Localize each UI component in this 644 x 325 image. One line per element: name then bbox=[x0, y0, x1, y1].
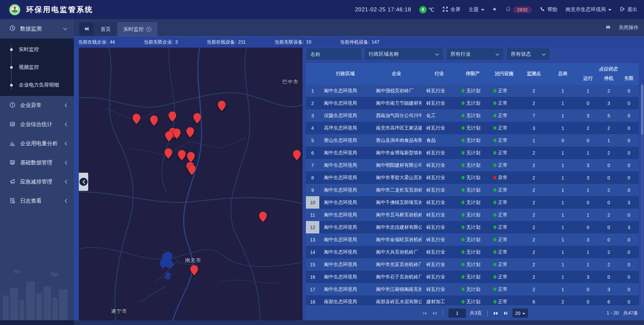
cell-company: 阆中市金福旺页岩机砖 bbox=[371, 237, 422, 243]
notification-area[interactable]: 2632 bbox=[505, 6, 532, 13]
table-row[interactable]: 17 阆中生态环境局 阆中市江南镇阆南页岩 砖瓦行业 无计划 正常 2 1 bbox=[306, 283, 639, 295]
table-row[interactable]: 5 营山生态环境局 营山县润丰肉食品有限 食品 无计划 正常 1 0 bbox=[306, 134, 639, 147]
table-row[interactable]: 14 阆中生态环境局 阆中大兴页岩机砖厂 砖瓦行业 无计划 正常 2 1 bbox=[306, 246, 639, 258]
sidebar-subitem[interactable]: 企业电力负荷明细 bbox=[0, 76, 74, 94]
tab-realtime-monitor[interactable]: 实时监控 bbox=[117, 22, 157, 36]
cell-facility-status: 正常 bbox=[489, 138, 520, 144]
map-pin-icon[interactable] bbox=[190, 265, 199, 276]
close-icon[interactable] bbox=[146, 27, 151, 32]
table-row[interactable]: 4 高坪生态环境局 南充市高坪区王家店建 砖瓦行业 无计划 正常 3 1 bbox=[306, 122, 639, 134]
map-pin-icon[interactable] bbox=[186, 127, 195, 138]
map-pin-icon[interactable] bbox=[259, 211, 267, 222]
column-group-point-status: 点位状态 运行 停机 失联 bbox=[578, 63, 639, 85]
table-row[interactable]: 3 仪陇生态环境局 西南油气田分公司川中 化工 无计划 正常 7 1 bbox=[306, 109, 639, 122]
cell-total-meters: 1 bbox=[548, 212, 578, 218]
table-row[interactable]: 11 阆中生态环境局 阆中市五马桥页岩机砖 砖瓦行业 无计划 正常 2 1 bbox=[306, 209, 639, 221]
table-row[interactable]: 6 阆中生态环境局 阆中市金博瑞新型墙材 砖瓦行业 无计划 正常 2 1 bbox=[306, 147, 639, 159]
cell-stop-status: 无计划 bbox=[457, 212, 489, 218]
fullscreen-button[interactable]: 全屏 bbox=[442, 6, 461, 13]
sidebar-item-label: 基础数据管理 bbox=[20, 159, 52, 166]
cell-run-count: 0 bbox=[578, 287, 598, 292]
prev-page-button[interactable] bbox=[431, 311, 437, 316]
map-pin-icon[interactable] bbox=[178, 150, 186, 161]
table-row[interactable]: 15 阆中生态环境局 阆中市光富页岩机砖厂 砖瓦行业 无计划 正常 2 1 bbox=[306, 258, 639, 271]
main-content: 当前在线企业: 44 当前失联企业: 3 当前在线设备: 211 当前失联设备:… bbox=[74, 37, 644, 325]
map-pin-icon[interactable] bbox=[293, 150, 301, 161]
map-pin-icon[interactable] bbox=[193, 113, 202, 124]
table-row[interactable]: 12 阆中生态环境局 阆中市忠信建材有限公 砖瓦行业 无计划 正常 2 1 bbox=[306, 221, 639, 233]
sidebar-item-enterprise-anomaly[interactable]: 企业异常 bbox=[0, 96, 74, 115]
theme-menu-button[interactable]: 主题 bbox=[469, 6, 484, 13]
cell-index: 9 bbox=[306, 184, 319, 196]
mute-button[interactable] bbox=[492, 7, 497, 13]
map-pin-icon[interactable] bbox=[218, 100, 226, 111]
map-pin-icon[interactable] bbox=[173, 128, 181, 139]
industry-filter-select[interactable]: 所有行业 bbox=[446, 48, 504, 60]
next-page-button[interactable] bbox=[493, 311, 499, 316]
table-row[interactable]: 1 阆中生态环境局 阆中强锐页岩砖厂 砖瓦行业 无计划 正常 2 1 bbox=[306, 85, 639, 97]
org-menu-button[interactable]: 南充市生态环境局 bbox=[566, 6, 611, 13]
sidebar-item-enterprise-statistics[interactable]: 企业综合统计 bbox=[0, 115, 74, 134]
status-dot bbox=[462, 300, 465, 304]
table-scrollbar[interactable] bbox=[641, 85, 643, 306]
cell-index: 3 bbox=[306, 109, 319, 122]
page-number-input[interactable] bbox=[448, 309, 466, 318]
table-row[interactable]: 9 阆中生态环境局 阆中市二龙长宝页岩砖 砖瓦行业 无计划 正常 2 1 bbox=[306, 184, 639, 196]
map-pin-icon[interactable] bbox=[165, 131, 173, 142]
tabs-scroll-right-button[interactable] bbox=[606, 25, 611, 31]
status-dot bbox=[462, 163, 465, 167]
scrollbar-thumb[interactable] bbox=[641, 85, 643, 135]
table-row[interactable]: 16 阆中生态环境局 阆中市石子页岩机砖厂 砖瓦行业 无计划 正常 2 1 bbox=[306, 271, 639, 283]
table-row[interactable]: 8 阆中生态环境局 阆中市枣碧大梁山页岩 砖瓦行业 无计划 异常 2 1 bbox=[306, 171, 639, 184]
sidebar-item-emergency-reduction[interactable]: 应急减排管理 bbox=[0, 172, 74, 192]
map-pin-icon[interactable] bbox=[132, 113, 141, 124]
name-filter-input[interactable] bbox=[306, 48, 362, 60]
speaker-icon bbox=[492, 7, 497, 13]
map-city-label: 遂宁市 bbox=[111, 308, 127, 315]
stat-label: 当前在线设备: bbox=[207, 39, 236, 45]
sidebar-subitem[interactable]: 视频监控 bbox=[0, 58, 74, 76]
cell-facility-status: 正常 bbox=[489, 299, 520, 305]
map-pin-icon[interactable] bbox=[150, 115, 158, 126]
help-button[interactable]: 帮助 bbox=[540, 6, 557, 13]
cell-halt-count: 5 bbox=[598, 113, 619, 118]
first-page-button[interactable] bbox=[422, 311, 427, 316]
tabs-scroll-left-button[interactable] bbox=[79, 22, 94, 36]
map-pin-icon[interactable] bbox=[164, 148, 173, 159]
stat-label: 当前停机设备: bbox=[340, 39, 370, 45]
table-row[interactable]: 18 南部生态环境局 南部县砖瓦水泥有限公 建材加工 无计划 正常 6 2 bbox=[306, 295, 639, 306]
map-pin-icon[interactable] bbox=[188, 164, 196, 175]
page-size-select[interactable]: 20 bbox=[513, 309, 528, 318]
panel-collapse-button[interactable] bbox=[79, 173, 88, 191]
map-pin-icon[interactable] bbox=[168, 111, 177, 122]
sidebar-subitem[interactable]: 实时监控 bbox=[0, 41, 74, 58]
cell-run-count: 1 bbox=[578, 250, 598, 255]
status-filter-select[interactable]: 所有状态 bbox=[506, 48, 550, 60]
map-pin-icon[interactable] bbox=[187, 152, 195, 163]
region-filter-select[interactable]: 行政区域名称 bbox=[364, 48, 443, 60]
tab-home[interactable]: 首页 bbox=[95, 22, 117, 36]
table-row[interactable]: 7 阆中生态环境局 阆中明阳建材有限公司 砖瓦行业 无计划 正常 2 1 bbox=[306, 159, 639, 171]
last-page-button[interactable] bbox=[503, 311, 508, 316]
cell-region: 营山生态环境局 bbox=[319, 138, 371, 144]
column-header-stop: 停限产 bbox=[457, 71, 489, 77]
table-row[interactable]: 2 阆中生态环境局 阆中市南方节能建材有 砖瓦行业 无计划 正常 2 1 bbox=[306, 97, 639, 109]
sidebar-item-power-analysis[interactable]: 企业用电量分析 bbox=[0, 134, 74, 153]
cell-run-count: 0 bbox=[578, 138, 598, 143]
cell-company: 阆中市枣碧大梁山页岩 bbox=[371, 175, 422, 181]
sidebar-item-data-monitoring[interactable]: 数据监测 bbox=[0, 19, 74, 39]
close-operations-button[interactable]: 关闭操作 bbox=[619, 24, 639, 31]
sidebar-item-log-view[interactable]: 日志查看 bbox=[0, 192, 74, 211]
status-dot bbox=[493, 201, 496, 204]
logout-button[interactable]: 退出 bbox=[620, 6, 637, 13]
cell-company: 营山县润丰肉食品有限 bbox=[371, 138, 422, 144]
cell-index: 15 bbox=[306, 258, 319, 271]
sidebar-item-base-data[interactable]: 基础数据管理 bbox=[0, 153, 74, 172]
status-filter-value: 所有状态 bbox=[511, 51, 531, 57]
column-header-region: 行政区域 bbox=[319, 71, 371, 77]
map[interactable]: 巴中市 南充市 遂宁市 bbox=[79, 48, 303, 320]
cell-run-count: 1 bbox=[578, 187, 598, 193]
cell-lost-count: 0 bbox=[619, 163, 639, 168]
table-row[interactable]: 10 阆中生态环境局 阆中千佛镇五郎垭页岩 砖瓦行业 无计划 正常 2 1 bbox=[306, 196, 639, 209]
table-row[interactable]: 13 阆中生态环境局 阆中市金福旺页岩机砖 砖瓦行业 无计划 正常 2 1 bbox=[306, 233, 639, 246]
